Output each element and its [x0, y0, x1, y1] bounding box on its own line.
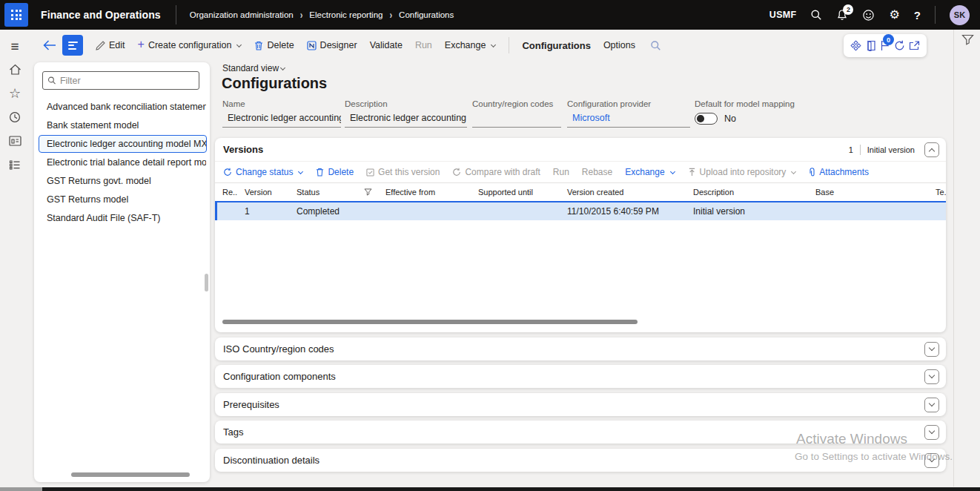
list-item-gst-returns-govt[interactable]: GST Returns govt. model — [39, 172, 207, 190]
action-pane: Edit + Create configuration Delete Desig… — [30, 30, 980, 61]
versions-collapse-button[interactable] — [924, 142, 939, 157]
expand-button[interactable] — [924, 398, 939, 412]
user-avatar[interactable]: SK — [950, 5, 970, 25]
expand-button[interactable] — [924, 369, 939, 384]
notifications-bell-icon[interactable]: 2 — [836, 9, 848, 22]
status-filter-funnel-icon[interactable] — [364, 188, 372, 196]
vertical-scrollbar-thumb[interactable] — [205, 274, 208, 291]
designer-icon — [307, 41, 317, 50]
breadcrumb-electronic-reporting[interactable]: Electronic reporting — [309, 10, 383, 19]
filter-funnel-icon[interactable] — [961, 34, 974, 45]
back-arrow-button[interactable] — [43, 40, 56, 50]
cell-version-created: 11/10/2015 6:40:59 PM — [560, 206, 686, 217]
fasttab-iso-country-region-codes[interactable]: ISO Country/region codes — [215, 337, 946, 360]
modules-list-icon[interactable] — [0, 154, 30, 176]
column-description[interactable]: Description — [686, 188, 808, 197]
page-title: Configurations — [222, 75, 327, 92]
change-status-button[interactable]: Change status — [223, 167, 303, 177]
breadcrumb-org-admin[interactable]: Organization administration — [190, 10, 294, 19]
field-description-value[interactable]: Electronic ledger accounting m... — [345, 112, 467, 128]
cell-version: 1 — [237, 206, 289, 217]
feedback-smiley-icon[interactable] — [862, 9, 875, 22]
list-pane-toggle-button[interactable] — [62, 35, 83, 56]
column-version-created[interactable]: Version created — [560, 188, 686, 197]
home-icon[interactable] — [0, 59, 30, 81]
delete-button[interactable]: Delete — [254, 40, 294, 50]
search-icon[interactable] — [810, 9, 822, 21]
version-exchange-button[interactable]: Exchange — [625, 167, 675, 177]
company-selector[interactable]: USMF — [769, 10, 797, 20]
column-status[interactable]: Status — [289, 188, 378, 197]
grid-horizontal-scrollbar-thumb[interactable] — [222, 320, 638, 324]
fasttab-configuration-components[interactable]: Configuration components — [215, 365, 946, 388]
settings-gear-icon[interactable]: ⚙ — [889, 9, 899, 21]
exchange-button[interactable]: Exchange — [445, 40, 497, 50]
fasttab-prerequisites[interactable]: Prerequisites — [215, 393, 946, 416]
expand-button[interactable] — [924, 425, 939, 440]
list-item-standard-audit-file[interactable]: Standard Audit File (SAF-T) — [39, 209, 207, 227]
list-item-electronic-ledger-accounting-mx[interactable]: Electronic ledger accounting model MX — [39, 135, 207, 153]
create-configuration-button[interactable]: + Create configuration — [138, 40, 242, 50]
app-launcher-button[interactable] — [4, 3, 28, 27]
list-item-electronic-trial-balance[interactable]: Electronic trial balance detail report m… — [39, 154, 207, 171]
notification-count-badge: 2 — [843, 4, 853, 15]
recent-clock-icon[interactable] — [0, 106, 30, 128]
field-provider-value-link[interactable]: Microsoft — [567, 112, 690, 128]
breadcrumb-configurations[interactable]: Configurations — [399, 10, 454, 19]
top-navbar: Finance and Operations Organization admi… — [0, 0, 980, 30]
attachments-button[interactable]: Attachments — [809, 167, 869, 177]
grid-header-row: Re... Version Status Effective from Supp… — [215, 183, 946, 202]
plus-icon: + — [138, 39, 145, 50]
field-country-label: Country/region codes — [472, 99, 561, 108]
open-in-new-window-icon[interactable] — [909, 41, 920, 50]
field-name: Name Electronic ledger accounting m... — [222, 99, 341, 128]
edit-button[interactable]: Edit — [96, 40, 125, 50]
list-item-advanced-bank-reconciliation[interactable]: Advanced bank reconciliation statement m… — [39, 98, 207, 116]
messages-flag-icon[interactable]: 0 — [880, 40, 890, 51]
chevron-down-icon — [929, 372, 935, 378]
fasttab-discontinuation-details[interactable]: Discontinuation details — [215, 449, 946, 472]
expand-button[interactable] — [924, 453, 939, 468]
list-item-bank-statement-model[interactable]: Bank statement model — [39, 116, 207, 134]
column-record[interactable]: Re... — [215, 188, 237, 197]
trash-icon — [254, 41, 263, 50]
table-row[interactable]: 1 Completed 11/10/2015 6:40:59 PM Initia… — [215, 202, 946, 220]
field-country-value[interactable] — [472, 112, 561, 128]
horizontal-scrollbar-thumb[interactable] — [71, 472, 190, 477]
column-version[interactable]: Version — [237, 188, 289, 197]
tab-options[interactable]: Options — [603, 40, 635, 50]
list-item-gst-returns[interactable]: GST Returns model — [39, 191, 207, 208]
designer-button[interactable]: Designer — [307, 40, 357, 50]
help-icon[interactable]: ? — [914, 9, 921, 22]
expand-button[interactable] — [924, 342, 939, 357]
personalize-diamonds-icon[interactable] — [850, 40, 861, 51]
versions-header[interactable]: Versions 1 Initial version — [215, 138, 946, 161]
workspaces-icon[interactable] — [0, 130, 30, 152]
task-guide-book-icon[interactable] — [866, 40, 876, 51]
upload-icon — [688, 168, 696, 177]
app-title[interactable]: Finance and Operations — [41, 9, 161, 21]
trash-icon — [316, 168, 324, 177]
column-base[interactable]: Base — [808, 188, 928, 197]
favorites-star-icon[interactable]: ☆ — [0, 82, 30, 105]
filter-search-icon — [47, 76, 56, 85]
column-te[interactable]: Te... — [928, 188, 946, 197]
fasttab-tags[interactable]: Tags — [215, 421, 946, 444]
nav-hamburger-icon[interactable]: ≡ — [0, 35, 30, 57]
column-effective-from[interactable]: Effective from — [378, 188, 471, 197]
version-delete-button[interactable]: Delete — [316, 167, 354, 177]
column-supported-until[interactable]: Supported until — [471, 188, 560, 197]
chevron-down-icon — [791, 168, 796, 174]
field-name-label: Name — [222, 99, 341, 108]
field-description-label: Description — [345, 99, 467, 108]
default-mapping-toggle[interactable] — [695, 113, 718, 125]
filter-input[interactable] — [60, 76, 194, 86]
validate-button[interactable]: Validate — [370, 40, 403, 50]
field-name-value[interactable]: Electronic ledger accounting m... — [222, 112, 341, 128]
refresh-icon[interactable] — [894, 40, 905, 51]
action-search-icon[interactable] — [650, 40, 661, 51]
navbar-divider — [935, 6, 936, 24]
chevron-right-icon: › — [300, 9, 303, 21]
view-selector[interactable]: Standard view — [222, 63, 285, 73]
tab-configurations[interactable]: Configurations — [522, 40, 590, 51]
